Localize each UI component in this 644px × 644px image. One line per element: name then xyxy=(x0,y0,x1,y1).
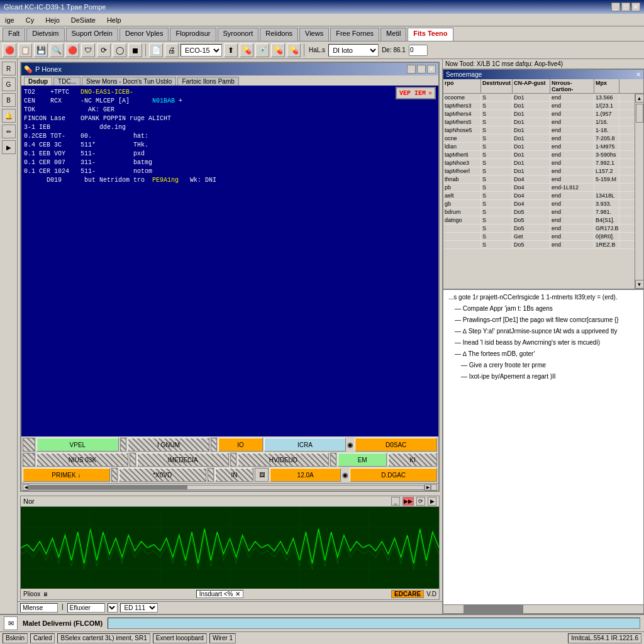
toolbar-btn-1[interactable]: 🔴 xyxy=(3,43,16,57)
tab-fits[interactable]: Fits Teeno xyxy=(408,28,453,41)
toolbar-btn-14[interactable]: 💉 xyxy=(255,43,269,57)
close-button[interactable]: ✕ xyxy=(631,3,640,11)
d0sac-button[interactable]: D0SAC xyxy=(355,438,437,452)
table-row[interactable]: datngo S Do5 end B4(S1]. xyxy=(443,216,635,225)
h-scrollbar[interactable]: ◀ ▶ xyxy=(21,483,438,491)
inner-tab-stew[interactable]: Stew Mons - Docn's Tun Usblo xyxy=(82,77,176,86)
toolbar-btn-10[interactable]: 📄 xyxy=(149,43,163,57)
toolbar-btn-12[interactable]: ⬆ xyxy=(224,43,238,57)
toolbar-btn-2[interactable]: 📋 xyxy=(18,43,32,57)
sidebar-icon-4[interactable]: 🔔 xyxy=(2,109,16,123)
table-scrollbar[interactable]: ▲ ▼ xyxy=(635,94,643,289)
table-close-btn[interactable]: ✕ xyxy=(636,71,641,78)
di-loto-dropdown[interactable]: DI loto xyxy=(328,44,379,57)
table-row[interactable]: tapMherti S Do1 end 3-590hs xyxy=(443,151,635,159)
toolbar-btn-9[interactable]: ◼ xyxy=(128,43,142,57)
em-button[interactable]: EM xyxy=(338,453,387,467)
inner-tab-tdc[interactable]: TDC... xyxy=(53,77,80,86)
toolbar-input[interactable] xyxy=(409,45,428,56)
inner-restore[interactable]: □ xyxy=(417,65,426,74)
toolbar-btn-11[interactable]: 🖨 xyxy=(165,43,179,57)
maximize-button[interactable]: □ xyxy=(621,3,630,11)
waveform-control-1[interactable]: ▶▶ xyxy=(402,497,414,506)
toolbar-btn-8[interactable]: ◯ xyxy=(113,43,126,57)
hvideud-button[interactable]: HVIDEUD xyxy=(238,453,330,467)
toolbar-btn-3[interactable]: 💾 xyxy=(34,43,48,57)
table-row[interactable]: ocoome S Do1 end 13.566 xyxy=(443,94,635,102)
menu-help[interactable]: Help xyxy=(104,16,124,25)
toolbar-btn-13[interactable]: 💊 xyxy=(240,43,253,57)
right-lower-scrollbar[interactable] xyxy=(443,604,643,613)
table-row[interactable]: thnab S Do4 end 5-159.M xyxy=(443,175,635,184)
sidebar-icon-1[interactable]: R xyxy=(2,62,16,75)
toolbar-btn-15[interactable]: 💊 xyxy=(271,43,285,57)
ki-button[interactable]: KI xyxy=(388,453,437,467)
toolbar-btn-16[interactable]: 💊 xyxy=(287,43,301,57)
table-row[interactable]: aelt S Do4 end 13418L xyxy=(443,192,635,200)
table-row[interactable]: tapNhose5 S Do1 end 1-18. xyxy=(443,126,635,135)
menu-cy[interactable]: Cy xyxy=(23,16,36,25)
table-row[interactable]: S Do5 end GR17J.B xyxy=(443,225,635,233)
menu-ige[interactable]: ige xyxy=(3,16,17,25)
waveform-control-3[interactable]: ▶ xyxy=(428,497,436,506)
table-row[interactable]: tapNhoe3 S Do1 end 7.992.1 xyxy=(443,159,635,167)
table-row[interactable]: tapMhoerl S Do1 end L157.2 xyxy=(443,167,635,175)
vep-iem-close[interactable]: ✕ xyxy=(428,89,432,97)
tab-metil[interactable]: Metil xyxy=(380,28,406,41)
scroll-down-arrow[interactable]: ▼ xyxy=(635,280,644,289)
menu-hejo[interactable]: Hejo xyxy=(43,16,62,25)
ddgac-button[interactable]: D.DGAC xyxy=(350,468,437,482)
tab-reiidons[interactable]: Reiidons xyxy=(260,28,298,41)
vpel-button[interactable]: VPEL xyxy=(36,438,119,452)
imedecia-button[interactable]: IMEDECIA xyxy=(137,453,229,467)
inner-close[interactable]: ✕ xyxy=(427,65,436,74)
waveform-minimize[interactable]: _ xyxy=(391,497,400,506)
table-row[interactable]: gb S Do4 end 3.933. xyxy=(443,200,635,208)
scroll-right-arrow[interactable]: ▶ xyxy=(425,484,431,491)
i-gnum-button[interactable]: I GNUM xyxy=(128,438,210,452)
table-row[interactable]: tapMhers3 S Do1 end 1/(23.1 xyxy=(443,102,635,110)
tab-views[interactable]: Views xyxy=(299,28,329,41)
io-button[interactable]: IO xyxy=(218,438,262,452)
x0vd-button[interactable]: *X0VD xyxy=(119,468,206,482)
toolbar-btn-6[interactable]: 🛡 xyxy=(81,43,95,57)
table-row[interactable]: pb S Do4 end-1L912 xyxy=(443,184,635,192)
in-button[interactable]: IN xyxy=(215,468,254,482)
table-row[interactable]: S Get end 0(8R0]. xyxy=(443,233,635,241)
table-row[interactable]: ocne S Do1 end 7-205.8 xyxy=(443,135,635,143)
status-dropdown-2[interactable]: ED 111 xyxy=(120,603,158,613)
minimize-button[interactable]: _ xyxy=(611,3,620,11)
mail-input[interactable] xyxy=(108,618,640,629)
scroll-thumb-v[interactable] xyxy=(636,104,643,123)
primek-button[interactable]: PRIMEK ↓ xyxy=(23,468,110,482)
icra-button[interactable]: ICRA xyxy=(264,438,347,452)
toolbar-btn-4[interactable]: 🔍 xyxy=(50,43,64,57)
inner-tab-dsdup[interactable]: Dsdup xyxy=(24,77,52,86)
tab-floprodisur[interactable]: Floprodisur xyxy=(170,28,216,41)
tab-syroonort[interactable]: Syroonort xyxy=(218,28,259,41)
toolbar-btn-7[interactable]: ⟳ xyxy=(97,43,111,57)
waveform-control-2[interactable]: ⟳ xyxy=(416,497,425,506)
scroll-left-arrow[interactable]: ◀ xyxy=(23,484,29,491)
sidebar-icon-6[interactable]: ▶ xyxy=(2,140,16,154)
menu-desiate[interactable]: DeSiate xyxy=(69,16,98,25)
nius-button[interactable]: NIUS 03K xyxy=(36,453,128,467)
table-row[interactable]: ldian S Do1 end 1-M975 xyxy=(443,143,635,151)
scroll-up-arrow[interactable]: ▲ xyxy=(635,94,644,103)
tab-free[interactable]: Free Fornes xyxy=(330,28,379,41)
table-row[interactable]: tapMhers5 S Do1 end 1/16. xyxy=(443,118,635,126)
table-row[interactable]: bdrum S Do5 end 7.981. xyxy=(443,208,635,216)
toolbar-btn-5[interactable]: 🔴 xyxy=(65,43,79,57)
tab-dietvsim[interactable]: Dietvsim xyxy=(26,28,64,41)
table-row[interactable]: tapMhers4 S Do1 end 1.(957 xyxy=(443,110,635,118)
sidebar-icon-5[interactable]: ✏ xyxy=(2,125,16,138)
inner-tab-fartoic[interactable]: Fartoic Ilons Pamb xyxy=(177,77,238,86)
sidebar-icon-3[interactable]: B xyxy=(2,93,16,107)
inner-minimize[interactable]: _ xyxy=(407,65,416,74)
table-row[interactable]: S Do5 end 1REZ.B xyxy=(443,241,635,249)
sidebar-icon-2[interactable]: G xyxy=(2,77,16,91)
12a-button[interactable]: 12.0A xyxy=(270,468,341,482)
tab-suport[interactable]: Suport Orfein xyxy=(66,28,118,41)
tab-falt[interactable]: Falt xyxy=(3,28,25,41)
status-dropdown-1[interactable] xyxy=(108,603,118,613)
